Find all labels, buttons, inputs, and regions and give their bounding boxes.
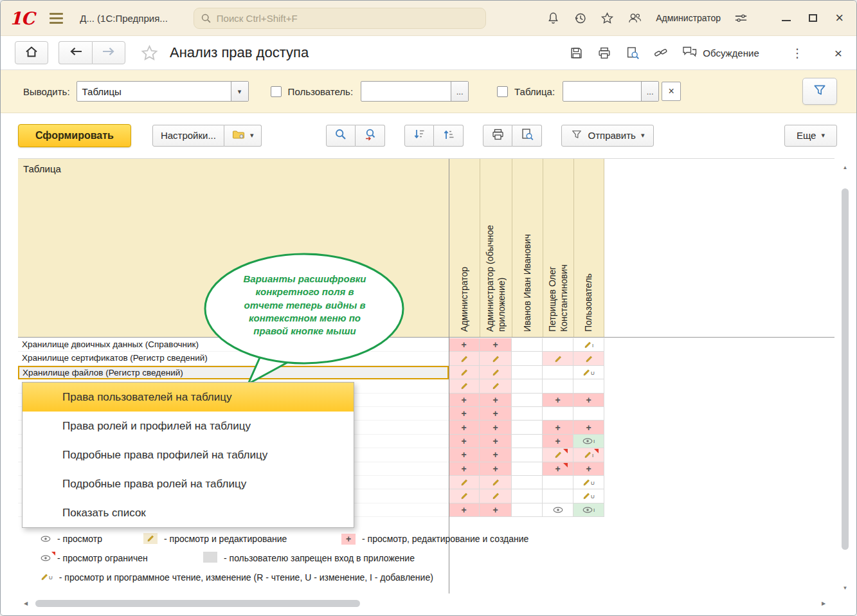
row-label[interactable]: Хранилище сертификатов (Регистр сведений…: [18, 352, 449, 365]
context-menu-item[interactable]: Права ролей и профилей на таблицу: [23, 412, 354, 440]
access-cell[interactable]: [512, 435, 543, 448]
table-filter-clear-button[interactable]: ×: [662, 82, 681, 101]
print-report-button[interactable]: [483, 125, 512, 147]
access-cell[interactable]: [543, 448, 573, 462]
access-cell[interactable]: +: [543, 435, 573, 448]
access-cell[interactable]: [449, 379, 480, 393]
global-search[interactable]: [194, 8, 486, 29]
access-cell[interactable]: [512, 448, 543, 462]
output-select[interactable]: Таблицы ▾: [77, 81, 249, 102]
search-input[interactable]: [217, 13, 479, 24]
access-cell[interactable]: +: [573, 462, 604, 476]
access-cell[interactable]: +: [480, 462, 512, 476]
column-header[interactable]: Пользователь: [573, 159, 604, 337]
users-icon[interactable]: [627, 12, 642, 24]
forward-button[interactable]: [92, 41, 125, 64]
horizontal-scroll-thumb[interactable]: [35, 600, 360, 607]
user-filter-field[interactable]: ...: [361, 81, 469, 102]
table-filter-field[interactable]: ...: [563, 81, 659, 102]
print-preview-icon[interactable]: [626, 46, 640, 60]
user-filter-input[interactable]: [361, 86, 451, 97]
access-cell[interactable]: [543, 366, 573, 379]
history-icon[interactable]: [573, 12, 587, 25]
access-cell[interactable]: [512, 503, 543, 517]
row-label[interactable]: Хранилище двоичных данных (Справочник): [18, 338, 449, 352]
access-cell[interactable]: +: [480, 448, 512, 462]
access-cell[interactable]: [543, 379, 573, 393]
access-cell[interactable]: [480, 352, 512, 365]
access-cell[interactable]: U: [573, 366, 604, 379]
settings-variants-button[interactable]: ▾: [224, 125, 262, 147]
add-favorite-star-icon[interactable]: [141, 44, 158, 62]
maximize-icon[interactable]: [809, 14, 817, 22]
minimize-icon[interactable]: [782, 20, 791, 21]
column-header[interactable]: Администратор (обычное приложение): [480, 159, 512, 337]
access-cell[interactable]: [543, 489, 573, 503]
access-cell[interactable]: [512, 476, 543, 489]
access-cell[interactable]: [449, 489, 480, 503]
print-icon[interactable]: [597, 46, 611, 60]
access-cell[interactable]: +: [449, 503, 480, 517]
access-cell[interactable]: +: [449, 407, 480, 421]
discussion-button[interactable]: Обсуждение: [682, 46, 759, 60]
access-cell[interactable]: [512, 379, 543, 393]
send-button[interactable]: Отправить ▾: [561, 125, 654, 147]
vertical-scrollbar[interactable]: ▲ ▼: [841, 163, 849, 592]
get-link-icon[interactable]: [654, 46, 668, 59]
horizontal-scrollbar[interactable]: ◀ ▶: [21, 599, 828, 608]
generate-button[interactable]: Сформировать: [18, 124, 131, 147]
access-cell[interactable]: +: [449, 462, 480, 476]
access-cell[interactable]: +: [480, 421, 512, 434]
access-cell[interactable]: [543, 503, 573, 517]
notifications-bell-icon[interactable]: [546, 12, 560, 25]
access-cell[interactable]: +: [449, 448, 480, 462]
scroll-up-icon[interactable]: ▲: [841, 163, 849, 172]
access-cell[interactable]: [512, 366, 543, 379]
access-cell[interactable]: +: [449, 435, 480, 448]
context-menu-item[interactable]: Подробные права ролей на таблицу: [23, 469, 354, 498]
collapse-rows-button[interactable]: [404, 125, 434, 147]
access-cell[interactable]: [543, 476, 573, 489]
scroll-down-icon[interactable]: ▼: [841, 583, 849, 592]
access-cell[interactable]: +: [449, 421, 480, 434]
column-header[interactable]: Администратор: [449, 159, 480, 337]
context-menu-item[interactable]: Подробные права профилей на таблицу: [23, 440, 354, 469]
more-button[interactable]: Еще ▾: [784, 125, 837, 147]
context-menu-item[interactable]: Показать список: [23, 498, 354, 527]
access-cell[interactable]: +: [449, 394, 480, 407]
access-cell[interactable]: I: [573, 435, 604, 448]
access-cell[interactable]: +: [543, 421, 573, 434]
more-actions-kebab-icon[interactable]: ⋮: [791, 46, 804, 60]
corner-header[interactable]: Таблица: [18, 159, 449, 337]
access-cell[interactable]: +: [480, 394, 512, 407]
access-cell[interactable]: I: [573, 338, 604, 352]
access-cell[interactable]: +: [480, 435, 512, 448]
access-cell[interactable]: [480, 489, 512, 503]
access-cell[interactable]: [512, 338, 543, 352]
access-cell[interactable]: [573, 379, 604, 393]
access-cell[interactable]: [512, 421, 543, 434]
scroll-left-icon[interactable]: ◀: [21, 599, 30, 608]
access-cell[interactable]: [480, 379, 512, 393]
favorites-star-icon[interactable]: [600, 12, 614, 25]
main-menu-icon[interactable]: [50, 13, 63, 24]
column-header[interactable]: Петрищев Олег Константинович: [543, 159, 573, 337]
form-close-icon[interactable]: ×: [834, 46, 842, 60]
scroll-right-icon[interactable]: ▶: [819, 599, 828, 608]
access-cell[interactable]: U: [573, 476, 604, 489]
access-cell[interactable]: +: [573, 394, 604, 407]
access-cell[interactable]: [480, 366, 512, 379]
access-cell[interactable]: [512, 407, 543, 421]
home-button[interactable]: [15, 41, 48, 64]
access-cell[interactable]: [512, 462, 543, 476]
access-cell[interactable]: [573, 407, 604, 421]
access-cell[interactable]: +: [480, 338, 512, 352]
user-filter-checkbox[interactable]: [271, 86, 282, 97]
access-cell[interactable]: [573, 352, 604, 365]
access-cell[interactable]: +: [480, 503, 512, 517]
column-header[interactable]: Иванов Иван Иванович: [512, 159, 543, 337]
network-indicator-icon[interactable]: [734, 13, 748, 23]
access-cell[interactable]: +: [543, 394, 573, 407]
row-label[interactable]: Хранилище файлов (Регистр сведений): [18, 366, 449, 379]
find-button[interactable]: [326, 125, 356, 147]
